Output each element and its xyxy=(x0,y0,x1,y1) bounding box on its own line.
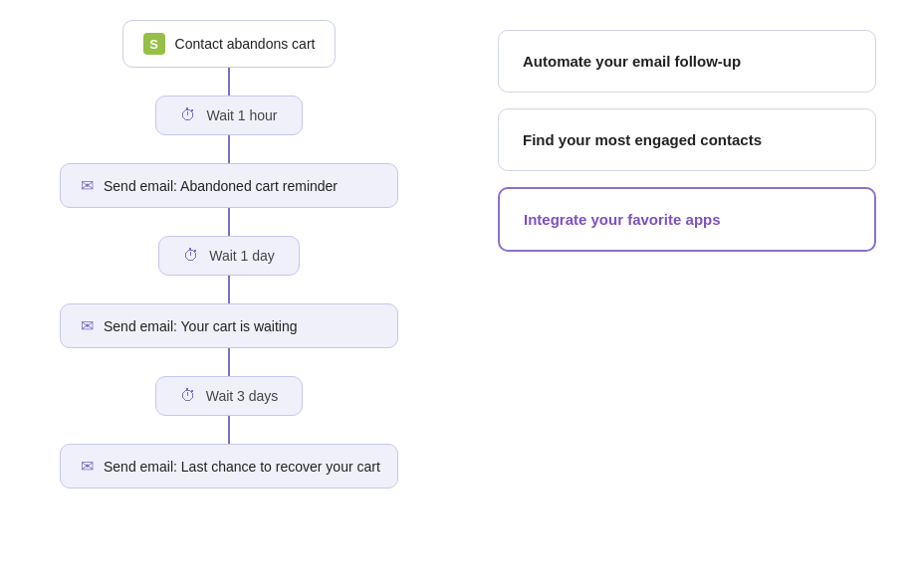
wait-node-2[interactable]: ⏱ Wait 1 day xyxy=(158,236,300,276)
email-label-2: Send email: Your cart is waiting xyxy=(104,318,298,334)
trigger-label: Contact abandons cart xyxy=(175,36,316,52)
card-integrate[interactable]: Integrate your favorite apps xyxy=(498,187,876,252)
email-label-1: Send email: Abandoned cart reminder xyxy=(104,178,338,194)
clock-icon-2: ⏱ xyxy=(183,247,199,265)
wait-label-2: Wait 1 day xyxy=(209,248,275,264)
trigger-node[interactable]: S Contact abandons cart xyxy=(122,20,337,68)
email-node-1[interactable]: ✉ Send email: Abandoned cart reminder xyxy=(60,163,398,208)
email-icon-3: ✉ xyxy=(81,457,94,476)
cards-panel: Automate your email follow-up Find your … xyxy=(458,0,916,588)
wait-node-3[interactable]: ⏱ Wait 3 days xyxy=(155,376,304,416)
card-engaged-label: Find your most engaged contacts xyxy=(523,131,762,148)
connector-5 xyxy=(228,348,230,376)
connector-6 xyxy=(228,416,230,444)
connector-2 xyxy=(228,135,230,163)
clock-icon-3: ⏱ xyxy=(180,387,196,405)
email-label-3: Send email: Last chance to recover your … xyxy=(104,459,380,475)
email-icon-2: ✉ xyxy=(81,316,94,335)
email-node-2[interactable]: ✉ Send email: Your cart is waiting xyxy=(60,303,398,348)
wait-label-1: Wait 1 hour xyxy=(206,107,277,123)
flow-panel: S Contact abandons cart ⏱ Wait 1 hour ✉ … xyxy=(0,0,458,588)
card-engaged[interactable]: Find your most engaged contacts xyxy=(498,108,876,171)
email-icon-1: ✉ xyxy=(81,176,94,195)
flow-container: S Contact abandons cart ⏱ Wait 1 hour ✉ … xyxy=(40,20,418,489)
card-automate-label: Automate your email follow-up xyxy=(523,53,741,70)
email-node-3[interactable]: ✉ Send email: Last chance to recover you… xyxy=(60,444,398,489)
wait-label-3: Wait 3 days xyxy=(206,388,279,404)
clock-icon-1: ⏱ xyxy=(180,106,196,124)
connector-1 xyxy=(228,68,230,96)
card-automate[interactable]: Automate your email follow-up xyxy=(498,30,876,93)
connector-4 xyxy=(228,276,230,303)
connector-3 xyxy=(228,208,230,236)
wait-node-1[interactable]: ⏱ Wait 1 hour xyxy=(155,96,302,135)
card-integrate-label: Integrate your favorite apps xyxy=(524,211,721,228)
shopify-icon: S xyxy=(143,33,165,55)
